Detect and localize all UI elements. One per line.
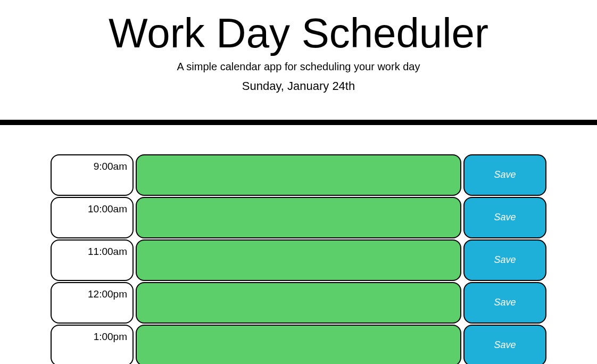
task-input[interactable]: [136, 154, 461, 196]
divider: [0, 120, 597, 125]
time-row: 9:00am Save: [51, 154, 546, 196]
save-button[interactable]: Save: [463, 325, 546, 364]
hour-label: 10:00am: [51, 197, 134, 238]
time-row: 11:00am Save: [51, 239, 546, 281]
save-button[interactable]: Save: [463, 282, 546, 324]
time-row: 1:00pm Save: [51, 325, 546, 364]
page-subtitle: A simple calendar app for scheduling you…: [0, 61, 597, 73]
time-row: 10:00am Save: [51, 197, 546, 238]
hour-label: 11:00am: [51, 239, 134, 281]
schedule-container: 9:00am Save 10:00am Save 11:00am Save 12…: [45, 154, 552, 364]
time-row: 12:00pm Save: [51, 282, 546, 324]
task-input[interactable]: [136, 197, 461, 238]
task-input[interactable]: [136, 239, 461, 281]
hour-label: 12:00pm: [51, 282, 134, 324]
page-title: Work Day Scheduler: [0, 11, 597, 56]
task-input[interactable]: [136, 282, 461, 324]
save-button[interactable]: Save: [463, 154, 546, 196]
save-button[interactable]: Save: [463, 197, 546, 238]
hour-label: 1:00pm: [51, 325, 134, 364]
save-button[interactable]: Save: [463, 239, 546, 281]
hour-label: 9:00am: [51, 154, 134, 196]
task-input[interactable]: [136, 325, 461, 364]
current-date: Sunday, January 24th: [0, 79, 597, 93]
header: Work Day Scheduler A simple calendar app…: [0, 0, 597, 120]
